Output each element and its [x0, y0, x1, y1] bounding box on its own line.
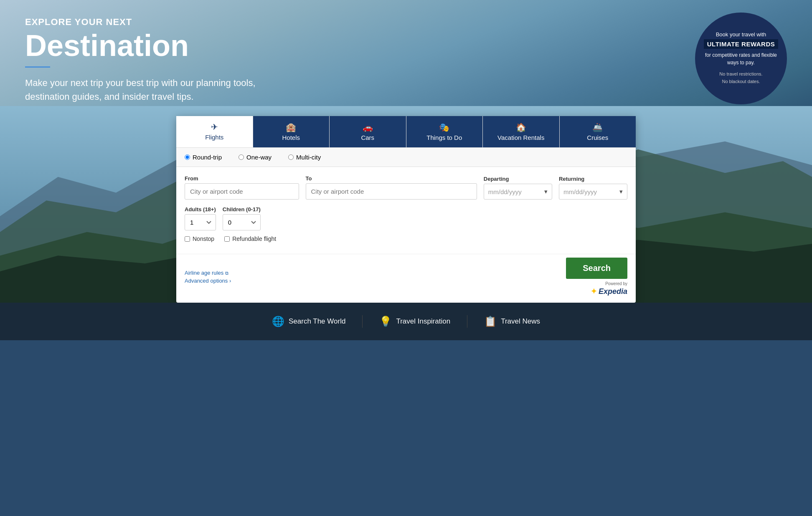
search-widget: ✈ Flights 🏨 Hotels 🚗 Cars 🎭 Things to Do… [176, 116, 636, 303]
departing-chevron-icon: ▾ [544, 188, 548, 195]
returning-label: Returning [559, 176, 627, 182]
children-select[interactable]: 0 1 2 3 [223, 214, 261, 230]
advanced-options-label: Advanced options [185, 278, 228, 284]
children-group: Children (0-17) 0 1 2 3 [223, 206, 261, 230]
powered-by: Powered by ✦ Expedia [591, 281, 627, 296]
advanced-options-link[interactable]: Advanced options › [185, 278, 231, 284]
promo-rewards-text: ULTIMATE REWARDS [704, 39, 778, 49]
tab-cruises[interactable]: 🚢 Cruises [560, 116, 636, 147]
trip-type-roundtrip[interactable]: Round-trip [185, 154, 222, 161]
nonstop-label: Nonstop [193, 235, 214, 242]
hero-content: EXPLORE YOUR NEXT Destination Make your … [0, 0, 812, 104]
promo-book-text: Book your travel with [716, 31, 766, 38]
form-area: From To Departing mm/dd/yyyy ▾ Returning [176, 167, 636, 254]
to-input[interactable] [306, 183, 477, 200]
things-to-do-icon: 🎭 [439, 122, 449, 132]
footer-bar: 🌐 Search The World 💡 Travel Inspiration … [0, 303, 812, 340]
tabs-bar: ✈ Flights 🏨 Hotels 🚗 Cars 🎭 Things to Do… [176, 116, 636, 148]
promo-rates-text: for competitive rates and flexible ways … [703, 51, 779, 66]
returning-input[interactable]: mm/dd/yyyy ▾ [559, 184, 627, 200]
hotels-icon: 🏨 [286, 122, 296, 132]
cars-icon: 🚗 [363, 122, 373, 132]
footer-travel-news-label: Travel News [501, 317, 540, 326]
adults-label: Adults (18+) [185, 206, 216, 212]
hero-divider [25, 66, 50, 68]
from-group: From [185, 175, 299, 200]
explore-label: EXPLORE YOUR NEXT [25, 17, 787, 28]
footer-travel-inspiration-label: Travel Inspiration [396, 317, 450, 326]
tab-things-to-do[interactable]: 🎭 Things to Do [406, 116, 483, 147]
oneway-label: One-way [246, 154, 272, 161]
footer-search-world[interactable]: 🌐 Search The World [255, 315, 362, 328]
footer-travel-news[interactable]: 📋 Travel News [467, 315, 557, 328]
hero-subtitle: Make your next trip your best trip with … [25, 76, 276, 104]
trip-types-row: Round-trip One-way Multi-city [176, 148, 636, 167]
multicity-radio[interactable] [288, 154, 294, 160]
to-label: To [306, 175, 477, 182]
roundtrip-radio[interactable] [185, 154, 190, 160]
expedia-e-icon: ✦ [591, 287, 597, 296]
destination-title: Destination [25, 29, 787, 62]
departing-label: Departing [484, 176, 552, 182]
inspiration-icon: 💡 [379, 316, 392, 327]
children-label: Children (0-17) [223, 206, 261, 212]
from-label: From [185, 175, 299, 182]
tab-flights[interactable]: ✈ Flights [176, 116, 253, 147]
tab-hotels[interactable]: 🏨 Hotels [253, 116, 330, 147]
tab-things-to-do-label: Things to Do [426, 134, 462, 141]
tab-vacation-rentals-label: Vacation Rentals [497, 134, 544, 141]
trip-type-oneway[interactable]: One-way [239, 154, 272, 161]
passengers-row: Adults (18+) 1 2 3 4 Children (0-17) 0 1… [185, 206, 627, 230]
cruises-icon: 🚢 [592, 122, 603, 132]
refundable-checkbox[interactable] [224, 236, 230, 242]
promo-circle: Book your travel with ULTIMATE REWARDS f… [695, 13, 787, 104]
expedia-logo: ✦ Expedia [591, 287, 627, 296]
adults-group: Adults (18+) 1 2 3 4 [185, 206, 216, 230]
to-group: To [306, 175, 477, 200]
external-link-icon: ⧉ [225, 271, 228, 276]
tab-vacation-rentals[interactable]: 🏠 Vacation Rentals [483, 116, 560, 147]
tab-cruises-label: Cruises [587, 134, 608, 141]
refundable-checkbox-label[interactable]: Refundable flight [224, 235, 276, 242]
airports-dates-row: From To Departing mm/dd/yyyy ▾ Returning [185, 175, 627, 200]
multicity-label: Multi-city [296, 154, 321, 161]
departing-group: Departing mm/dd/yyyy ▾ [484, 176, 552, 200]
arrow-down-icon: › [229, 278, 231, 284]
flights-icon: ✈ [211, 122, 218, 132]
checkboxes-row: Nonstop Refundable flight [185, 235, 627, 242]
trip-type-multicity[interactable]: Multi-city [288, 154, 321, 161]
footer-travel-inspiration[interactable]: 💡 Travel Inspiration [363, 315, 467, 328]
departing-placeholder: mm/dd/yyyy [488, 188, 522, 195]
vacation-rentals-icon: 🏠 [516, 122, 526, 132]
refundable-label: Refundable flight [232, 235, 276, 242]
tab-hotels-label: Hotels [282, 134, 300, 141]
tab-cars[interactable]: 🚗 Cars [330, 116, 406, 147]
returning-chevron-icon: ▾ [619, 188, 623, 195]
oneway-radio[interactable] [239, 154, 244, 160]
airline-age-rules-link[interactable]: Airline age rules ⧉ [185, 270, 231, 276]
globe-icon: 🌐 [272, 316, 284, 327]
tab-flights-label: Flights [205, 134, 223, 141]
expedia-name: Expedia [599, 287, 627, 296]
footer-search-world-label: Search The World [289, 317, 345, 326]
hero-section: EXPLORE YOUR NEXT Destination Make your … [0, 0, 812, 303]
airline-age-rules-label: Airline age rules [185, 270, 223, 276]
news-icon: 📋 [484, 316, 497, 327]
departing-input[interactable]: mm/dd/yyyy ▾ [484, 184, 552, 200]
returning-placeholder: mm/dd/yyyy [563, 188, 597, 195]
roundtrip-label: Round-trip [193, 154, 222, 161]
tab-cars-label: Cars [361, 134, 374, 141]
links-left: Airline age rules ⧉ Advanced options › [185, 270, 231, 284]
promo-no-restrict: No travel restrictions.No blackout dates… [719, 71, 762, 85]
nonstop-checkbox-label[interactable]: Nonstop [185, 235, 214, 242]
returning-group: Returning mm/dd/yyyy ▾ [559, 176, 627, 200]
search-button[interactable]: Search [566, 258, 627, 279]
links-search-row: Airline age rules ⧉ Advanced options › S… [176, 254, 636, 303]
powered-by-text: Powered by [605, 281, 627, 286]
from-input[interactable] [185, 183, 299, 200]
nonstop-checkbox[interactable] [185, 236, 190, 242]
adults-select[interactable]: 1 2 3 4 [185, 214, 216, 230]
